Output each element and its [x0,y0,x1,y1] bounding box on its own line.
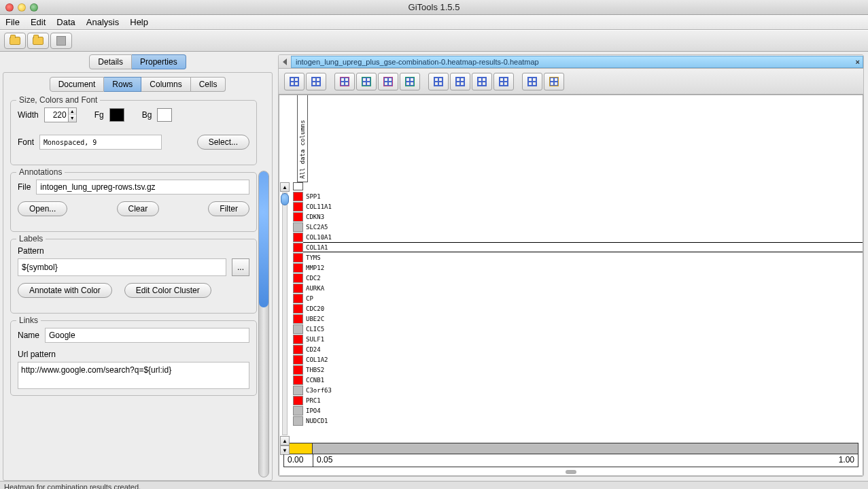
tab-properties[interactable]: Properties [132,54,186,69]
heatmap-cell[interactable] [293,365,303,375]
heatmap-row[interactable]: UBE2C [293,314,863,324]
menu-help[interactable]: Help [130,17,148,27]
heatmap-row[interactable]: CDC2 [293,273,863,283]
heatmap-row[interactable]: CD24 [293,344,863,354]
heatmap-row[interactable]: AURKA [293,283,863,293]
heatmap-cell[interactable] [293,375,303,385]
menu-data[interactable]: Data [56,17,75,27]
hm-tool-2[interactable] [306,73,326,90]
heatmap-row[interactable]: C3orf63 [293,385,863,395]
heatmap-row[interactable]: CP [293,293,863,303]
hm-tool-10[interactable] [493,73,514,90]
heatmap-cell[interactable] [293,233,303,242]
heatmap-cell[interactable] [293,192,303,201]
tab-details[interactable]: Details [89,54,132,69]
hm-tool-1[interactable] [284,73,305,90]
heatmap-row[interactable]: THBS2 [293,365,863,375]
heatmap-cell[interactable] [293,304,303,314]
heatmap-cell[interactable] [293,386,303,395]
heatmap-row[interactable]: NUDCD1 [293,416,863,426]
heatmap-row[interactable]: SLC2A5 [293,222,863,232]
heatmap-row[interactable]: SULF1 [293,334,863,344]
hm-tool-7[interactable] [428,73,449,90]
heatmap-vertical-scrollbar[interactable]: ▲ ▲ ▼ [279,182,290,455]
heatmap-cell[interactable] [293,324,303,334]
heatmap-cell[interactable] [293,314,303,324]
heatmap-cell[interactable] [293,202,303,212]
heatmap-row[interactable]: CCNB1 [293,375,863,385]
menu-edit[interactable]: Edit [31,17,46,27]
tab-cells[interactable]: Cells [191,77,226,92]
column-header-label[interactable]: All data columns [297,95,308,182]
heatmap-row[interactable]: CLIC5 [293,324,863,334]
font-field[interactable] [39,135,162,150]
open-folder-button[interactable] [4,33,26,49]
left-scrollbar-thumb[interactable] [259,171,268,307]
heatmap-row[interactable]: IPO4 [293,405,863,416]
scroll-up-button[interactable]: ▲ [280,182,290,192]
menu-file[interactable]: File [5,17,20,27]
heatmap-cell[interactable] [293,253,303,263]
tab-document[interactable]: Document [50,77,105,92]
hm-tool-12[interactable] [544,73,564,90]
heatmap-row[interactable]: TYMS [293,252,863,263]
heatmap-row[interactable]: COL1A1 [293,242,863,252]
document-tab[interactable]: intogen_lung_upreg_plus_gse-combination-… [291,56,863,68]
scroll-thumb[interactable] [281,193,289,205]
hm-tool-4[interactable] [356,73,377,90]
pattern-field[interactable] [18,258,226,276]
annotate-with-color-button[interactable]: Annotate with Color [18,283,112,298]
close-tab-button[interactable]: × [856,58,860,66]
heatmap-cell[interactable] [293,396,303,405]
tab-rows[interactable]: Rows [104,77,141,92]
select-font-button[interactable]: Select... [197,135,249,150]
annotations-file-field[interactable] [36,180,249,195]
heatmap-row[interactable]: COL10A1 [293,232,863,242]
heatmap-cell[interactable] [293,294,303,303]
column-header-cell[interactable] [293,182,303,190]
heatmap-cell[interactable] [293,345,303,354]
heatmap-cell[interactable] [293,416,303,426]
heatmap-cell[interactable] [293,222,303,232]
grid-button[interactable] [50,33,72,49]
heatmap-cell[interactable] [293,284,303,293]
width-input[interactable] [45,108,68,122]
heatmap-view[interactable]: All data columns SPP1COL11A1CDKN3SLC2A5C… [279,95,863,476]
scroll-up-2-button[interactable]: ▲ [280,436,290,445]
scroll-down-button[interactable]: ▼ [280,445,290,455]
heatmap-horizontal-scrollbar[interactable] [283,469,858,475]
open-folder-2-button[interactable] [27,33,49,49]
pattern-more-button[interactable]: ... [232,258,249,276]
heatmap-row[interactable]: CDC20 [293,303,863,314]
heatmap-row[interactable]: PRC1 [293,395,863,405]
hm-tool-11[interactable] [522,73,542,90]
link-name-field[interactable] [45,328,249,343]
tab-columns[interactable]: Columns [141,77,190,92]
hm-tool-5[interactable] [378,73,398,90]
heatmap-row[interactable]: CDKN3 [293,212,863,222]
hm-tool-3[interactable] [334,73,355,90]
heatmap-row[interactable]: MMP12 [293,263,863,273]
heatmap-cell[interactable] [293,335,303,344]
heatmap-cell[interactable] [293,355,303,365]
heatmap-cell[interactable] [293,406,303,416]
heatmap-cell[interactable] [293,263,303,273]
heatmap-cell[interactable] [293,273,303,283]
edit-color-cluster-button[interactable]: Edit Color Cluster [124,283,211,298]
menu-analysis[interactable]: Analysis [86,17,119,27]
heatmap-row[interactable]: COL1A2 [293,354,863,365]
heatmap-cell[interactable] [293,243,303,252]
spinner-down[interactable]: ▼ [68,115,76,122]
width-spinner[interactable]: ▲▼ [44,107,77,122]
url-pattern-field[interactable]: http://www.google.com/search?q=${url:id} [18,362,249,389]
heatmap-row[interactable]: SPP1 [293,191,863,201]
heatmap-cell[interactable] [293,212,303,222]
hm-tool-9[interactable] [472,73,492,90]
hm-tool-8[interactable] [450,73,470,90]
heatmap-row[interactable]: COL11A1 [293,201,863,212]
clear-annotations-button[interactable]: Clear [117,201,160,216]
fg-color-swatch[interactable] [109,108,124,122]
filter-annotations-button[interactable]: Filter [208,201,249,216]
tab-scroll-left-icon[interactable] [283,58,287,65]
open-annotations-button[interactable]: Open... [18,201,67,216]
